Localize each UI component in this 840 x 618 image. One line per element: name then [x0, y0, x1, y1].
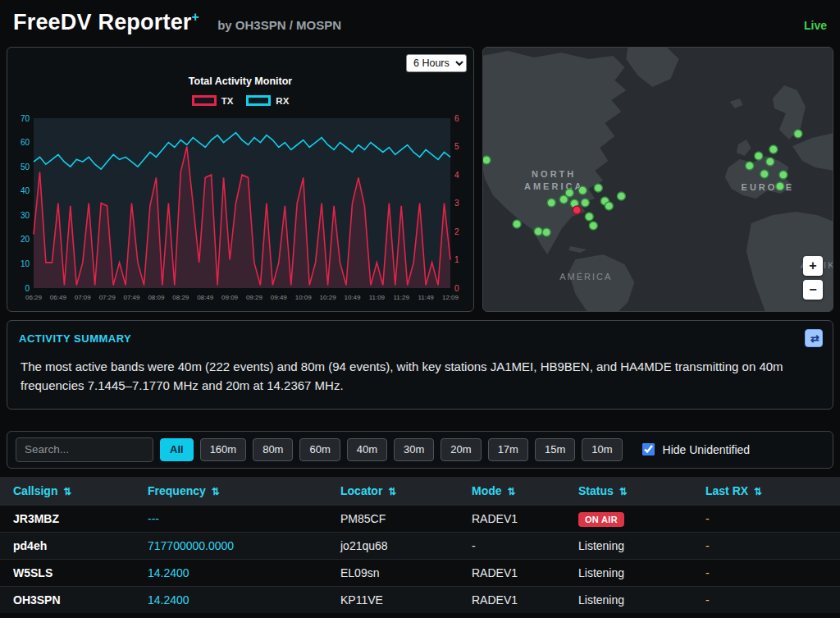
hide-unidentified-checkbox[interactable]	[642, 443, 655, 455]
summary-refresh-icon[interactable]: ⇄	[805, 329, 823, 347]
band-filter-group: All160m80m60m40m30m20m17m15m10m	[160, 438, 623, 461]
mode-cell: RADEV1	[459, 505, 565, 532]
sort-icon: ⇅	[212, 486, 220, 497]
frequency-cell[interactable]: 717700000.0000	[135, 532, 327, 559]
svg-text:50: 50	[21, 163, 30, 172]
frequency-cell[interactable]: ---	[135, 505, 327, 532]
app-subtitle: by OH3SPN / MOSPN	[217, 18, 341, 32]
svg-text:4: 4	[454, 171, 459, 180]
band-filter-15m[interactable]: 15m	[535, 438, 575, 461]
svg-text:07:49: 07:49	[124, 294, 141, 301]
map-zoom-out-button[interactable]: −	[803, 280, 823, 300]
station-marker[interactable]	[573, 206, 581, 214]
app-title-text: FreeDV Reporter	[13, 10, 192, 34]
station-marker[interactable]	[755, 152, 763, 160]
on-air-badge: ON AIR	[578, 512, 624, 527]
station-marker[interactable]	[760, 170, 769, 178]
column-header-last-rx[interactable]: Last RX ⇅	[692, 477, 840, 506]
band-filter-40m[interactable]: 40m	[347, 438, 387, 461]
station-marker[interactable]	[794, 130, 802, 138]
svg-text:12:09: 12:09	[442, 294, 459, 301]
map-label-south-america: AMÉRICA	[559, 272, 612, 282]
column-label: Last RX	[705, 484, 748, 497]
svg-text:06:29: 06:29	[25, 294, 43, 301]
station-marker[interactable]	[769, 145, 778, 153]
station-marker[interactable]	[779, 171, 788, 179]
activity-summary-panel: ACTIVITY SUMMARY ⇄ The most active bands…	[7, 320, 833, 410]
band-filter-20m[interactable]: 20m	[441, 438, 481, 461]
station-marker[interactable]	[605, 202, 613, 210]
svg-text:09:09: 09:09	[221, 294, 239, 301]
station-marker[interactable]	[746, 162, 754, 170]
station-marker[interactable]	[513, 220, 521, 228]
band-filter-30m[interactable]: 30m	[394, 438, 434, 461]
station-marker[interactable]	[578, 186, 587, 195]
app-header: FreeDV Reporter+ by OH3SPN / MOSPN Live	[0, 0, 840, 42]
column-label: Callsign	[13, 484, 57, 497]
legend-label: RX	[276, 96, 289, 106]
sort-icon: ⇅	[754, 486, 762, 497]
plus-icon: +	[192, 10, 200, 24]
svg-text:10:29: 10:29	[320, 294, 337, 301]
legend-swatch-rx	[246, 95, 271, 106]
column-header-locator[interactable]: Locator ⇅	[327, 477, 459, 506]
station-marker[interactable]	[617, 192, 625, 200]
locator-cell: EL09sn	[327, 559, 459, 586]
table-header-row: Callsign ⇅Frequency ⇅Locator ⇅Mode ⇅Stat…	[0, 477, 840, 506]
callsign-cell: pd4eh	[0, 532, 135, 559]
station-marker[interactable]	[581, 199, 589, 207]
svg-text:11:09: 11:09	[369, 294, 386, 301]
svg-text:10: 10	[21, 259, 30, 268]
svg-text:70: 70	[21, 114, 30, 123]
station-marker[interactable]	[565, 189, 573, 197]
frequency-cell[interactable]: 14.2400	[135, 586, 327, 613]
svg-text:09:49: 09:49	[271, 294, 288, 301]
band-filter-10m[interactable]: 10m	[582, 438, 622, 461]
status-cell: Listening	[565, 586, 692, 613]
svg-text:3: 3	[454, 199, 459, 208]
time-range-select[interactable]: 6 Hours	[406, 54, 467, 72]
station-marker[interactable]	[483, 156, 491, 164]
last-rx-cell: -	[692, 586, 840, 613]
station-marker[interactable]	[594, 184, 602, 192]
band-filter-160m[interactable]: 160m	[200, 438, 247, 461]
svg-text:30: 30	[21, 211, 30, 220]
svg-text:20: 20	[21, 235, 30, 244]
world-map[interactable]: NORTH AMERICA EUROPE AMÉRICA AFRIKA	[483, 48, 833, 311]
svg-text:0: 0	[454, 284, 459, 293]
station-marker[interactable]	[585, 213, 593, 221]
column-header-callsign[interactable]: Callsign ⇅	[0, 477, 135, 506]
svg-text:6: 6	[454, 114, 459, 123]
column-header-frequency[interactable]: Frequency ⇅	[135, 477, 327, 506]
station-marker[interactable]	[589, 222, 597, 230]
sort-icon: ⇅	[63, 486, 71, 497]
sort-icon: ⇅	[507, 486, 515, 497]
station-marker[interactable]	[559, 195, 568, 204]
legend-item-tx[interactable]: TX	[192, 95, 234, 106]
station-marker[interactable]	[766, 158, 774, 166]
band-filter-80m[interactable]: 80m	[253, 438, 293, 461]
band-filter-all[interactable]: All	[160, 438, 194, 461]
column-header-mode[interactable]: Mode ⇅	[459, 477, 565, 506]
station-marker[interactable]	[534, 227, 542, 236]
table-row: JR3MBZ---PM85CFRADEV1ON AIR-	[0, 505, 840, 532]
hide-unidentified-toggle[interactable]: Hide Unidentified	[639, 441, 751, 458]
activity-chart: 010203040506070012345606:2906:4907:0907:…	[11, 110, 472, 309]
station-marker[interactable]	[547, 199, 555, 207]
column-header-status[interactable]: Status ⇅	[565, 477, 692, 506]
svg-text:5: 5	[454, 142, 459, 151]
summary-body: The most active bands were 40m (222 even…	[21, 357, 819, 396]
legend-item-rx[interactable]: RX	[246, 95, 289, 106]
svg-text:40: 40	[21, 186, 30, 195]
station-marker[interactable]	[542, 228, 550, 236]
map-zoom-in-button[interactable]: +	[803, 256, 823, 276]
mode-cell: RADEV1	[459, 559, 565, 586]
station-marker[interactable]	[776, 182, 784, 190]
band-filter-60m[interactable]: 60m	[299, 438, 340, 461]
live-indicator: Live	[804, 19, 827, 32]
band-filter-17m[interactable]: 17m	[488, 438, 528, 461]
status-cell: Listening	[565, 532, 692, 559]
frequency-cell[interactable]: 14.2400	[135, 559, 327, 586]
search-input[interactable]	[16, 437, 153, 462]
locator-cell: PM85CF	[327, 505, 459, 532]
